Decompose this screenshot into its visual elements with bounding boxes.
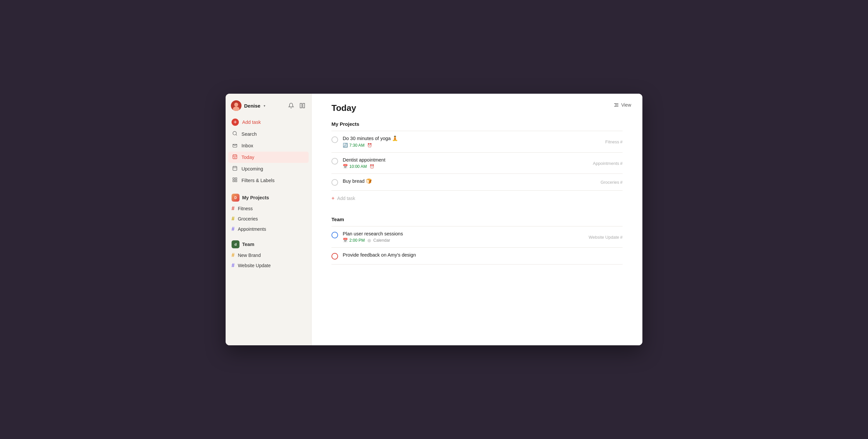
team-header[interactable]: d Team [228, 238, 309, 250]
appointments-label: Appointments [238, 227, 266, 232]
sidebar: Denise ▾ + [226, 94, 312, 345]
table-row: Plan user research sessions 📅 2:00 PM ◎ … [332, 227, 623, 247]
table-row: Do 30 minutes of yoga 🧘 🔄 7:30 AM ⏰ [332, 131, 623, 153]
my-projects-section: D My Projects # Fitness # Groceries # Ap… [226, 189, 311, 236]
calendar-icon-2: 📅 [343, 164, 348, 169]
search-icon [231, 131, 238, 137]
sidebar-item-search[interactable]: Search [228, 128, 309, 140]
sidebar-item-upcoming[interactable]: Upcoming [228, 163, 309, 174]
task-meta-4: 📅 2:00 PM ◎ Calendar [343, 238, 623, 243]
plus-icon: + [332, 195, 335, 201]
sidebar-item-inbox[interactable]: Inbox [228, 140, 309, 151]
task-meta-1: 🔄 7:30 AM ⏰ [343, 143, 623, 148]
task-checkbox-5[interactable] [332, 253, 338, 260]
team-tasks-section: Team Plan user research sessions 📅 2:00 … [332, 216, 623, 265]
hash-4: # [620, 234, 623, 239]
filters-icon [231, 177, 238, 184]
task-body-3: Buy bread 🍞 [343, 178, 623, 185]
sidebar-item-appointments[interactable]: # Appointments [228, 224, 309, 234]
team-section-label: Team [332, 216, 623, 222]
inbox-icon [231, 142, 238, 149]
sidebar-item-today[interactable]: 21 Today [228, 152, 309, 163]
hash-icon-website-update: # [231, 263, 235, 268]
sidebar-item-website-update[interactable]: # Website Update [228, 261, 309, 270]
task-list: Do 30 minutes of yoga 🧘 🔄 7:30 AM ⏰ [332, 131, 623, 191]
task-time-2: 📅 10:00 AM [343, 164, 367, 169]
my-projects-header[interactable]: D My Projects [228, 192, 309, 204]
sidebar-nav: + Add task Search [226, 116, 311, 186]
team-section-sidebar: d Team # New Brand # Website Update [226, 236, 311, 272]
view-button[interactable]: View [611, 100, 634, 110]
hash-2: # [620, 160, 623, 166]
sidebar-item-filters-label: Filters & Labels [242, 178, 275, 183]
task-body-5: Provide feedback on Amy's design [343, 252, 623, 259]
task-time-4: 📅 2:00 PM [343, 238, 365, 243]
page-title: Today [332, 103, 623, 113]
svg-rect-12 [233, 167, 237, 171]
svg-point-5 [233, 131, 237, 135]
task-name-1: Do 30 minutes of yoga 🧘 [343, 136, 623, 141]
fitness-label: Fitness [238, 206, 253, 211]
svg-rect-17 [235, 178, 237, 179]
sidebar-item-groceries[interactable]: # Groceries [228, 214, 309, 224]
hash-icon-groceries: # [231, 216, 235, 222]
task-checkbox-4[interactable] [332, 232, 338, 238]
task-name-5: Provide feedback on Amy's design [343, 252, 623, 258]
table-row: Dentist appointment 📅 10:00 AM ⏰ Appoint… [332, 153, 623, 174]
new-brand-label: New Brand [238, 253, 261, 258]
team-title: Team [242, 242, 254, 247]
user-name: Denise [244, 103, 260, 109]
sidebar-item-new-brand[interactable]: # New Brand [228, 250, 309, 260]
svg-rect-16 [233, 178, 235, 179]
header-icons [287, 102, 306, 109]
task-project-3: Groceries # [600, 180, 623, 185]
task-name-4: Plan user research sessions [343, 231, 623, 236]
task-project-2: Appointments # [593, 160, 623, 166]
notification-button[interactable] [287, 102, 295, 109]
add-task-inline-label: Add task [337, 196, 355, 201]
website-update-label: Website Update [238, 263, 271, 268]
sidebar-item-search-label: Search [242, 131, 257, 137]
alarm-icon-2: ⏰ [370, 164, 374, 169]
svg-rect-3 [300, 103, 302, 108]
svg-point-27 [615, 106, 615, 106]
add-task-icon: + [231, 119, 239, 126]
task-project-4: Website Update # [589, 234, 623, 239]
view-button-label: View [621, 102, 631, 108]
team-avatar: d [231, 240, 240, 248]
app-window: Denise ▾ + [226, 94, 642, 345]
sidebar-item-filters[interactable]: Filters & Labels [228, 175, 309, 186]
table-row: Provide feedback on Amy's design [332, 247, 623, 265]
sidebar-item-inbox-label: Inbox [242, 143, 253, 148]
svg-rect-18 [233, 180, 235, 182]
team-task-list: Plan user research sessions 📅 2:00 PM ◎ … [332, 226, 623, 265]
user-info[interactable]: Denise ▾ [231, 100, 265, 111]
layout-button[interactable] [299, 102, 306, 109]
avatar [231, 100, 242, 111]
add-task-button[interactable]: + Add task [228, 116, 309, 128]
svg-point-1 [234, 103, 238, 107]
svg-text:D: D [234, 196, 237, 200]
task-project-1: Fitness # [606, 139, 623, 144]
task-checkbox-1[interactable] [332, 137, 338, 143]
svg-rect-4 [303, 103, 305, 108]
my-projects-avatar: D [231, 194, 240, 202]
add-task-inline[interactable]: + Add task [332, 191, 623, 206]
sidebar-header: Denise ▾ [226, 99, 311, 116]
task-body-1: Do 30 minutes of yoga 🧘 🔄 7:30 AM ⏰ [343, 136, 623, 148]
hash-1: # [620, 139, 623, 144]
sidebar-item-today-label: Today [242, 155, 254, 160]
hash-icon-new-brand: # [231, 252, 235, 258]
my-projects-title: My Projects [242, 195, 269, 200]
task-checkbox-2[interactable] [332, 158, 338, 165]
hash-icon-fitness: # [231, 206, 235, 211]
task-checkbox-3[interactable] [332, 179, 338, 186]
alarm-icon-1: ⏰ [367, 143, 372, 148]
task-time-1: 🔄 7:30 AM [343, 143, 365, 148]
main-content: View Today My Projects Do 30 minutes of … [312, 94, 642, 345]
add-task-label: Add task [242, 119, 261, 125]
sidebar-item-fitness[interactable]: # Fitness [228, 204, 309, 213]
sidebar-item-upcoming-label: Upcoming [242, 166, 263, 172]
svg-text:21: 21 [234, 156, 236, 158]
chevron-down-icon: ▾ [264, 104, 265, 108]
